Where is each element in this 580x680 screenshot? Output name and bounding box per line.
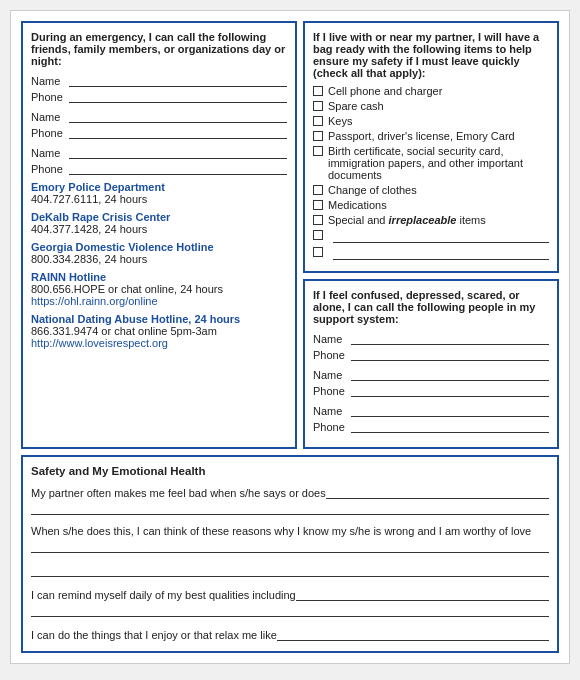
list-item-blank-2: [313, 246, 549, 260]
prompt-block-3: I can remind myself daily of my best qua…: [31, 587, 549, 617]
name-field-3: Name: [31, 145, 287, 159]
contact-info: 866.331.9474 or chat online 5pm-3am: [31, 325, 287, 337]
phone-label: Phone: [313, 349, 351, 361]
phone-underline-2[interactable]: [69, 125, 287, 139]
contact-ndah: National Dating Abuse Hotline, 24 hours …: [31, 313, 287, 349]
contact-name: RAINN Hotline: [31, 271, 287, 283]
phone-underline[interactable]: [351, 347, 549, 361]
list-item: Medications: [313, 199, 549, 211]
answer-line[interactable]: [31, 539, 549, 553]
list-item: Passport, driver's license, Emory Card: [313, 130, 549, 142]
contact-name: DeKalb Rape Crisis Center: [31, 211, 287, 223]
checkbox[interactable]: [313, 247, 323, 257]
support-phone-1: Phone: [313, 347, 549, 361]
contact-info: 404.377.1428, 24 hours: [31, 223, 287, 235]
checkbox[interactable]: [313, 86, 323, 96]
name-underline-2[interactable]: [69, 109, 287, 123]
item-text: Change of clothes: [328, 184, 549, 196]
phone-underline[interactable]: [69, 89, 287, 103]
checkbox[interactable]: [313, 116, 323, 126]
emergency-contacts-box: During an emergency, I can call the foll…: [21, 21, 297, 449]
prompt-block-1: My partner often makes me feel bad when …: [31, 485, 549, 515]
list-item: Cell phone and charger: [313, 85, 549, 97]
top-section: During an emergency, I can call the foll…: [21, 21, 559, 449]
checkbox[interactable]: [313, 131, 323, 141]
contact-link: https://ohl.rainn.org/online: [31, 295, 287, 307]
page: During an emergency, I can call the foll…: [10, 10, 570, 664]
name-underline[interactable]: [351, 403, 549, 417]
prompt-text-4: I can do the things that I enjoy or that…: [31, 629, 277, 641]
item-text: Spare cash: [328, 100, 549, 112]
phone-field-1: Phone: [31, 89, 287, 103]
name-label-2: Name: [31, 111, 69, 123]
phone-underline-3[interactable]: [69, 161, 287, 175]
phone-underline[interactable]: [351, 419, 549, 433]
prompt-line-extend[interactable]: [326, 485, 549, 499]
list-item: Spare cash: [313, 100, 549, 112]
support-np-2: Name Phone: [313, 367, 549, 397]
support-title: If I feel confused, depressed, scared, o…: [313, 289, 549, 325]
phone-label: Phone: [313, 385, 351, 397]
prompt-line-extend[interactable]: [296, 587, 549, 601]
emergency-title: During an emergency, I can call the foll…: [31, 31, 287, 67]
answer-line-2[interactable]: [31, 563, 549, 577]
checkbox[interactable]: [313, 230, 323, 240]
name-phone-group-3: Name Phone: [31, 145, 287, 175]
name-underline[interactable]: [351, 331, 549, 345]
phone-underline[interactable]: [351, 383, 549, 397]
answer-line[interactable]: [31, 603, 549, 617]
checkbox[interactable]: [313, 101, 323, 111]
emotional-health-title: Safety and My Emotional Health: [31, 465, 549, 477]
checkbox[interactable]: [313, 200, 323, 210]
support-np-1: Name Phone: [313, 331, 549, 361]
emotional-health-box: Safety and My Emotional Health My partne…: [21, 455, 559, 653]
blank-underline[interactable]: [333, 229, 549, 243]
prompt-row-3: I can remind myself daily of my best qua…: [31, 587, 549, 601]
support-name-3: Name: [313, 403, 549, 417]
name-label: Name: [313, 333, 351, 345]
prompt-block-4: I can do the things that I enjoy or that…: [31, 627, 549, 641]
checkbox[interactable]: [313, 146, 323, 156]
prompt-row-1: My partner often makes me feel bad when …: [31, 485, 549, 499]
list-item: Birth certificate, social security card,…: [313, 145, 549, 181]
name-label: Name: [313, 369, 351, 381]
blank-underline[interactable]: [333, 246, 549, 260]
checkbox[interactable]: [313, 185, 323, 195]
list-item: Special and irreplaceable items: [313, 214, 549, 226]
checkbox[interactable]: [313, 215, 323, 225]
prompt-line-extend[interactable]: [277, 627, 549, 641]
item-text: Special and irreplaceable items: [328, 214, 549, 226]
phone-field-2: Phone: [31, 125, 287, 139]
prompt-text-2: When s/he does this, I can think of thes…: [31, 525, 531, 537]
name-underline[interactable]: [69, 73, 287, 87]
support-name-2: Name: [313, 367, 549, 381]
phone-label-2: Phone: [31, 127, 69, 139]
item-text: Keys: [328, 115, 549, 127]
contact-info: 800.334.2836, 24 hours: [31, 253, 287, 265]
prompt-row-4: I can do the things that I enjoy or that…: [31, 627, 549, 641]
contact-name: Georgia Domestic Violence Hotline: [31, 241, 287, 253]
name-field-2: Name: [31, 109, 287, 123]
item-text: Birth certificate, social security card,…: [328, 145, 549, 181]
contact-link: http://www.loveisrespect.org: [31, 337, 287, 349]
phone-label: Phone: [31, 91, 69, 103]
contact-dekalb: DeKalb Rape Crisis Center 404.377.1428, …: [31, 211, 287, 235]
contact-name: Emory Police Department: [31, 181, 287, 193]
right-column: If I live with or near my partner, I wil…: [303, 21, 559, 449]
support-np-3: Name Phone: [313, 403, 549, 433]
answer-line[interactable]: [31, 501, 549, 515]
item-text: Medications: [328, 199, 549, 211]
prompt-text-3: I can remind myself daily of my best qua…: [31, 589, 296, 601]
name-phone-group-1: Name Phone: [31, 73, 287, 103]
contact-rainn: RAINN Hotline 800.656.HOPE or chat onlin…: [31, 271, 287, 307]
list-item-blank-1: [313, 229, 549, 243]
name-underline[interactable]: [351, 367, 549, 381]
name-label: Name: [31, 75, 69, 87]
contact-name: National Dating Abuse Hotline, 24 hours: [31, 313, 287, 325]
prompt-text-1: My partner often makes me feel bad when …: [31, 487, 326, 499]
item-text: Cell phone and charger: [328, 85, 549, 97]
name-underline-3[interactable]: [69, 145, 287, 159]
phone-label: Phone: [313, 421, 351, 433]
list-item: Change of clothes: [313, 184, 549, 196]
support-phone-2: Phone: [313, 383, 549, 397]
